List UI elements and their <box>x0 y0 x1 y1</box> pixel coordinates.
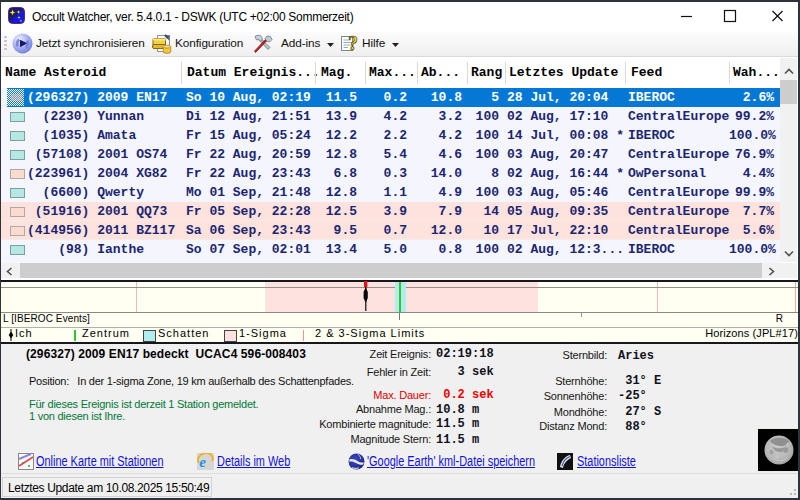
svg-text:?: ? <box>348 34 358 54</box>
